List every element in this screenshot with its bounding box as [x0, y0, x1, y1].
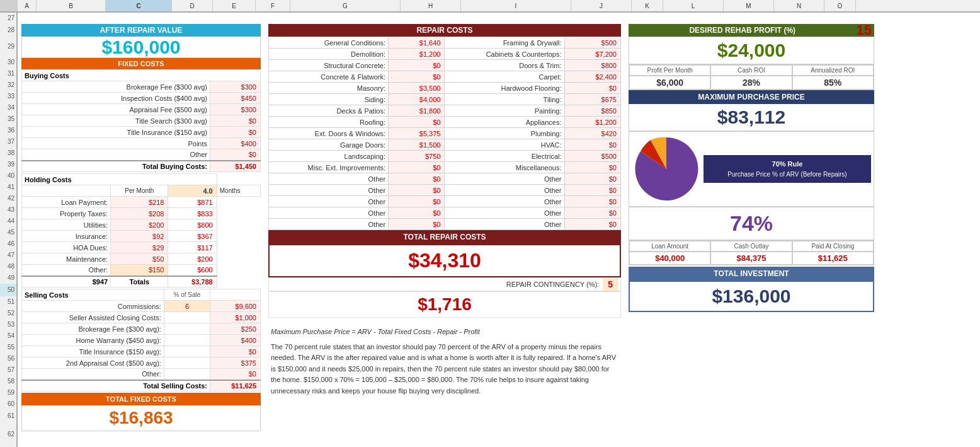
contingency-label: REPAIR CONTINGENCY (%): — [271, 281, 603, 288]
rn-29: 29 — [0, 37, 16, 57]
desired-pct-badge[interactable]: 15 — [857, 27, 872, 33]
rn-28: 28 — [0, 24, 16, 37]
col-d: D — [172, 0, 213, 11]
col-k: K — [632, 0, 663, 11]
rn-61: 61 — [0, 410, 16, 422]
pie-section: 70% Rule Purchase Price % of ARV (Before… — [629, 131, 874, 207]
selling-costs-table: Selling Costs % of Sale Commissions: 6 $… — [21, 289, 261, 392]
rn-37: 37 — [0, 136, 16, 148]
rn-35: 35 — [0, 113, 16, 125]
col-i: I — [461, 0, 571, 11]
rn-43: 43 — [0, 204, 16, 216]
repair-row-0: General Conditions: $1,640 Framing & Dry… — [269, 37, 621, 49]
selling-costs-title: Selling Costs % of Sale — [22, 289, 261, 301]
rn-51: 51 — [0, 296, 16, 308]
selling-row-other: Other: $0 — [22, 369, 261, 380]
fixed-costs-header: FIXED COSTS — [21, 58, 261, 69]
holding-row-hoa: HOA Dues: $29 $117 — [22, 242, 261, 253]
middle-panel: REPAIR COSTS General Conditions: $1,640 … — [268, 24, 621, 446]
rn-41: 41 — [0, 182, 16, 193]
repair-row-6: Decks & Patios: $1,800 Painting: $850 — [269, 105, 621, 117]
row-numbers: 28 29 30 31 32 33 34 35 36 37 38 39 40 4… — [0, 24, 18, 446]
col-b: B — [37, 0, 106, 11]
rn-59: 59 — [0, 387, 16, 398]
repair-row-7: Roofing: $0 Appliances: $1,200 — [269, 117, 621, 128]
total-repair-value: $34,310 — [268, 244, 621, 277]
repair-row-11: Misc. Ext. Improvements: $0 Miscellaneou… — [269, 162, 621, 173]
repair-row-1: Demolition: $1,200 Cabinets & Countertop… — [269, 49, 621, 60]
cash-roi-value: 28% — [710, 76, 792, 90]
col-c: C — [106, 0, 172, 11]
rn-39: 39 — [0, 159, 16, 170]
rn-34: 34 — [0, 102, 16, 113]
rn-36: 36 — [0, 125, 16, 136]
rn-47: 47 — [0, 250, 16, 261]
selling-row-seller-closing: Seller Assisted Closing Costs: $1,000 — [22, 312, 261, 323]
holding-row-other: Other: $150 $600 — [22, 265, 261, 276]
cash-outlay-value: $84,375 — [710, 252, 792, 265]
total-repair-header: TOTAL REPAIR COSTS — [268, 230, 621, 244]
selling-row-title-insurance: Title Insurance ($150 avg): $0 — [22, 346, 261, 357]
max-purchase-value: $83,112 — [629, 104, 874, 131]
right-panel: DESIRED REHAB PROFIT (%) 15 $24,000 Prof… — [629, 24, 874, 446]
rn-57: 57 — [0, 364, 16, 376]
holding-row-utilities: Utilities: $200 $800 — [22, 219, 261, 231]
holding-header-row: Per Month 4.0 Months — [22, 185, 261, 197]
rule-label-box: 70% Rule Purchase Price % of ARV (Before… — [704, 155, 871, 183]
loan-grid: Loan Amount Cash Outlay Paid At Closing … — [629, 240, 874, 265]
repair-row-8: Ext. Doors & Windows: $5,375 Plumbing: $… — [269, 128, 621, 139]
rn-42: 42 — [0, 193, 16, 204]
total-investment-value: $136,000 — [629, 281, 874, 312]
profit-per-month-value: $6,000 — [629, 76, 710, 90]
buying-row-inspection: Inspection Costs ($400 avg) $450 — [22, 93, 261, 104]
rn-46: 46 — [0, 238, 16, 250]
profit-value: $24,000 — [629, 37, 874, 64]
total-selling-row: Total Selling Costs: $11,625 — [22, 380, 261, 392]
buying-costs-table: Buying Costs Brokerage Fee ($300 avg) $3… — [21, 69, 261, 172]
col-h: H — [401, 0, 461, 11]
buying-row-brokerage: Brokerage Fee ($300 avg) $300 — [22, 81, 261, 93]
col-l: L — [663, 0, 724, 11]
pct-arv: 74% — [629, 207, 874, 240]
selling-row-appraisal: 2nd Appraisal Cost ($500 avg): $375 — [22, 357, 261, 369]
repair-row-9: Garage Doors: $1,500 HVAC: $0 — [269, 139, 621, 151]
rn-55: 55 — [0, 342, 16, 353]
repair-row-2: Structural Concrete: $0 Doors & Trim: $8… — [269, 60, 621, 71]
contingency-pct[interactable]: 5 — [603, 278, 618, 291]
selling-row-brokerage: Brokerage Fee ($300 avg): $250 — [22, 323, 261, 335]
buying-row-title-insurance: Title Insurance ($150 avg) $0 — [22, 127, 261, 138]
total-investment-header: TOTAL INVESTMENT — [629, 267, 874, 281]
buying-costs-section-title: Buying Costs — [22, 70, 261, 81]
annualized-roi-value: 85% — [792, 76, 874, 90]
total-fixed-header: TOTAL FIXED COSTS — [21, 393, 261, 405]
rn-54: 54 — [0, 330, 16, 342]
buying-row-appraisal: Appraisal Fee ($500 avg) $300 — [22, 104, 261, 115]
buying-row-other: Other $0 — [22, 149, 261, 161]
arv-value: $160,000 — [21, 37, 261, 58]
holding-row-taxes: Property Taxes: $208 $833 — [22, 208, 261, 219]
contingency-row: REPAIR CONTINGENCY (%): 5 — [268, 277, 621, 291]
repair-row-16: Other $0 Other $0 — [269, 219, 621, 230]
col-f: F — [256, 0, 290, 11]
rn-56: 56 — [0, 353, 16, 364]
col-n: N — [774, 0, 824, 11]
total-buying-row: Total Buying Costs: $1,450 — [22, 161, 261, 172]
corner-cell — [0, 0, 18, 11]
holding-row-maintenance: Maintenance: $50 $200 — [22, 253, 261, 265]
repair-row-14: Other $0 Other $0 — [269, 196, 621, 207]
notes-section: Maximum Purchase Price = ARV - Total Fix… — [268, 324, 621, 400]
rn-40: 40 — [0, 170, 16, 182]
rn-52: 52 — [0, 308, 16, 319]
repair-row-15: Other $0 Other $0 — [269, 207, 621, 219]
formula-line: Maximum Purchase Price = ARV - Total Fix… — [271, 327, 618, 338]
holding-subtotal-row: $947 Totals $3,788 — [22, 276, 261, 287]
selling-row-commissions: Commissions: 6 $9,600 — [22, 301, 261, 312]
repair-row-13: Other $0 Other $0 — [269, 185, 621, 196]
rn-50: 50 — [0, 284, 16, 296]
desired-rehab-header: DESIRED REHAB PROFIT (%) 15 — [629, 24, 874, 37]
holding-row-loan: Loan Payment: $218 $871 — [22, 197, 261, 208]
col-o: O — [824, 0, 856, 11]
pie-chart — [632, 134, 701, 204]
col-j: J — [571, 0, 632, 11]
rn-53: 53 — [0, 319, 16, 330]
